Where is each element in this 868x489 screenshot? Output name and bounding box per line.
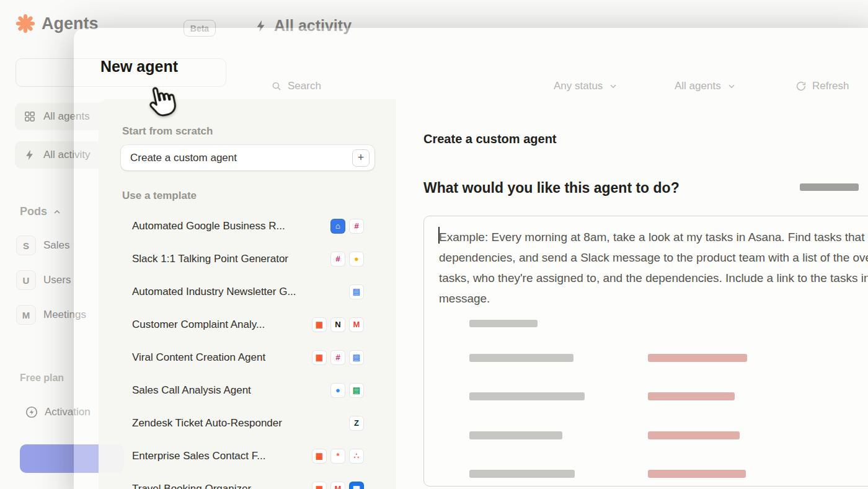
template-item[interactable]: Zendesk Ticket Auto-ResponderZ bbox=[99, 407, 396, 439]
template-item[interactable]: Viral Content Creation Agent▦#▤ bbox=[99, 341, 396, 374]
template-item[interactable]: Automated Google Business R...⌂# bbox=[99, 209, 396, 242]
notion-icon: N bbox=[330, 317, 345, 332]
agent-prompt-input[interactable] bbox=[424, 216, 868, 486]
google-docs-icon: ▤ bbox=[349, 284, 364, 299]
template-label: Zendesk Ticket Auto-Responder bbox=[132, 417, 349, 430]
create-custom-agent-label: Create a custom agent bbox=[130, 152, 237, 164]
modal-title: New agent bbox=[100, 58, 178, 76]
slack-icon: # bbox=[349, 219, 364, 234]
schedule-icon: ▦ bbox=[312, 350, 327, 365]
gmail-icon: M bbox=[330, 482, 345, 489]
yellow-app-icon: ● bbox=[349, 252, 364, 267]
template-app-icons: ▦#▤ bbox=[312, 350, 364, 365]
template-app-icons: ●▤ bbox=[330, 383, 364, 398]
text-caret bbox=[438, 227, 440, 244]
detail-question: What would you like this agent to do? bbox=[423, 180, 680, 196]
template-label: Customer Complaint Analy... bbox=[132, 319, 312, 331]
template-item[interactable]: Customer Complaint Analy...▦NM bbox=[99, 308, 396, 341]
google-business-icon: ⌂ bbox=[330, 219, 345, 234]
template-item[interactable]: Slack 1:1 Talking Point Generator#● bbox=[99, 242, 396, 275]
template-app-icons: ▦M▦ bbox=[312, 482, 364, 489]
template-app-icons: Z bbox=[349, 416, 364, 431]
create-custom-agent-item[interactable]: Create a custom agent + bbox=[121, 145, 374, 170]
template-label: Viral Content Creation Agent bbox=[132, 351, 312, 364]
detail-heading: Create a custom agent bbox=[423, 132, 557, 146]
hubspot-icon: * bbox=[330, 449, 345, 464]
agent-prompt-box bbox=[423, 216, 868, 487]
plus-icon[interactable]: + bbox=[352, 149, 370, 167]
asana-icon: ∴ bbox=[349, 449, 364, 464]
templates-section-label: Use a template bbox=[122, 190, 396, 202]
schedule-icon: ▦ bbox=[312, 449, 327, 464]
template-label: Automated Google Business R... bbox=[132, 220, 330, 232]
schedule-icon: ▦ bbox=[312, 482, 327, 489]
new-agent-modal: New agent Start from scratch Create a cu… bbox=[74, 28, 868, 489]
template-app-icons: ▦NM bbox=[312, 317, 364, 332]
template-item[interactable]: Travel Booking Organizer▦M▦ bbox=[99, 472, 396, 489]
template-app-icons: #● bbox=[330, 252, 364, 267]
template-item[interactable]: Enterprise Sales Contact F...▦*∴ bbox=[99, 439, 396, 472]
template-list: Automated Google Business R...⌂#Slack 1:… bbox=[99, 209, 396, 489]
template-app-icons: ⌂# bbox=[330, 219, 364, 234]
template-label: Enterprise Sales Contact F... bbox=[132, 450, 312, 462]
slack-icon: # bbox=[330, 252, 345, 267]
schedule-icon: ▦ bbox=[312, 317, 327, 332]
template-app-icons: ▦*∴ bbox=[312, 449, 364, 464]
scratch-section-label: Start from scratch bbox=[122, 125, 396, 138]
google-docs-icon: ▤ bbox=[349, 350, 364, 365]
template-label: Sales Call Analysis Agent bbox=[132, 384, 330, 397]
google-calendar-icon: ▦ bbox=[349, 482, 364, 489]
template-panel: Start from scratch Create a custom agent… bbox=[99, 99, 396, 489]
gmail-icon: M bbox=[349, 317, 364, 332]
template-label: Travel Booking Organizer bbox=[132, 483, 312, 489]
template-label: Automated Industry Newsletter G... bbox=[132, 286, 349, 298]
zendesk-icon: Z bbox=[349, 416, 364, 431]
zoom-icon: ● bbox=[330, 383, 345, 398]
google-sheets-icon: ▤ bbox=[349, 383, 364, 398]
template-item[interactable]: Sales Call Analysis Agent●▤ bbox=[99, 374, 396, 407]
template-label: Slack 1:1 Talking Point Generator bbox=[132, 253, 330, 265]
template-item[interactable]: Automated Industry Newsletter G...▤ bbox=[99, 275, 396, 308]
custom-agent-detail-panel: Create a custom agent What would you lik… bbox=[396, 99, 868, 489]
slack-icon: # bbox=[330, 350, 345, 365]
template-app-icons: ▤ bbox=[349, 284, 364, 299]
